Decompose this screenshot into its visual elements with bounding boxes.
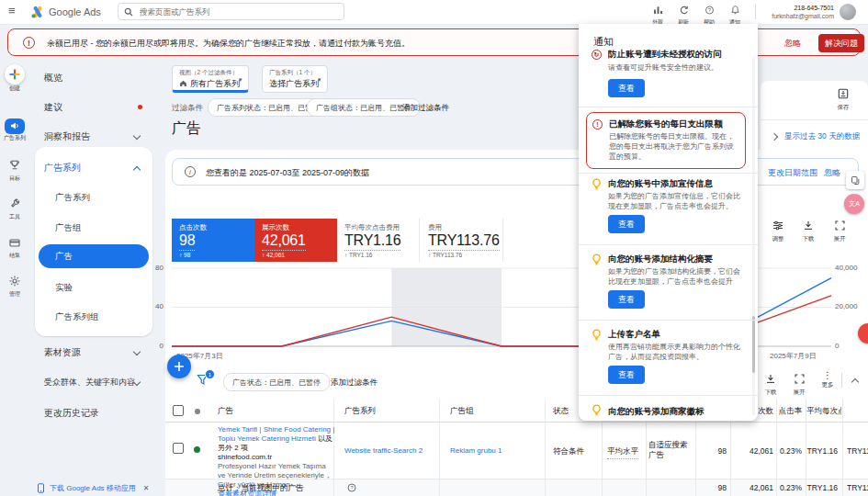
- col-header-ctr[interactable]: 点击率: [765, 406, 802, 417]
- alert-resolve-button[interactable]: 解决问题: [818, 34, 864, 52]
- appearance-button[interactable]: 外观: [644, 2, 671, 27]
- metric-card-avg-cpc[interactable]: 平均每次点击费用 TRY1.16 ↑ TRY1.16: [337, 219, 420, 262]
- col-header-ad[interactable]: 广告: [218, 406, 233, 417]
- table-download-button[interactable]: 下载: [759, 371, 783, 397]
- total-help-icon[interactable]: ?: [347, 483, 356, 492]
- help-icon: ?: [705, 6, 715, 15]
- sidebar-item-overview[interactable]: 概览: [44, 72, 62, 85]
- select-all-checkbox[interactable]: [173, 405, 184, 416]
- sidebar-item-campaign-groups[interactable]: 广告系列组: [55, 311, 99, 323]
- metric-card-clicks[interactable]: 点击次数 98 ↑ 98: [172, 219, 254, 262]
- view-selector[interactable]: 视图（2 个过滤条件） 所有广告系列 ▾: [172, 65, 249, 93]
- table-filter-funnel-button[interactable]: 1: [197, 373, 213, 389]
- main-menu-icon[interactable]: ≡: [8, 4, 16, 17]
- col-header-status[interactable]: 状态: [553, 406, 569, 417]
- lightbulb-icon: [591, 404, 603, 416]
- notification-5-view-button[interactable]: 查看: [608, 366, 645, 384]
- home-icon: [179, 79, 187, 87]
- notification-1-view-button[interactable]: 查看: [608, 79, 645, 97]
- view-selector-caption: 视图（2 个过滤条件）: [179, 69, 238, 77]
- row-campaign-link[interactable]: Website traffic-Search 2: [344, 446, 423, 455]
- table-add-filter-button[interactable]: 添加过滤条件: [331, 378, 378, 389]
- translate-icon: 文A: [849, 199, 860, 209]
- sidebar-item-experiments[interactable]: 实验: [55, 282, 73, 294]
- table-more-button[interactable]: ⋮ 更多: [816, 371, 840, 389]
- notification-3-title: 向您的账号中添加宣传信息: [608, 178, 713, 190]
- show-30-days-link[interactable]: 显示过去 30 天的数据: [784, 131, 860, 142]
- wrench-icon: [9, 198, 20, 209]
- row-ad-group-link[interactable]: Reklam grubu 1: [450, 446, 502, 455]
- extension-widget-button[interactable]: [846, 171, 864, 189]
- metric-label-impressions: 展示次数: [262, 223, 337, 232]
- col-sep: [545, 399, 546, 496]
- rail-item-admin[interactable]: 管理: [0, 274, 29, 299]
- sidebar-item-ad-groups[interactable]: 广告组: [55, 222, 82, 234]
- plus-icon: [174, 361, 185, 372]
- campaign-selector[interactable]: 广告系列（1 个） 选择广告系列 ▾: [262, 65, 328, 93]
- account-info[interactable]: 218-645-7501 furknhafz@gmail.com: [761, 4, 834, 20]
- sidebar-item-recommendations[interactable]: 建议: [44, 101, 62, 114]
- add-filter-button[interactable]: 添加过滤条件: [402, 103, 449, 114]
- col-header-campaign[interactable]: 广告系列: [344, 406, 376, 417]
- lightbulb-icon: [591, 178, 603, 190]
- refresh-icon: [679, 6, 689, 15]
- row-checkbox[interactable]: [173, 443, 184, 454]
- notification-4-view-button[interactable]: 查看: [608, 290, 645, 309]
- mobile-app-promo[interactable]: 下载 Google Ads 移动应用 ✕: [37, 483, 158, 493]
- notification-5-body: 使用再营销功能展示更具影响力的个性化广告，从而提高投资回报率。: [608, 342, 741, 362]
- date-banner-dismiss-button[interactable]: 忽略: [824, 167, 840, 179]
- chart-download-button[interactable]: 下载: [795, 218, 821, 243]
- notification-6-title: 向您的账号添加商家徽标: [608, 406, 705, 418]
- search-input[interactable]: [138, 6, 325, 17]
- campaign-selector-arrow-icon: ▾: [318, 76, 321, 84]
- sidebar-item-campaigns-child[interactable]: 广告系列: [55, 192, 90, 204]
- chart-expand-button[interactable]: 展开: [827, 218, 852, 243]
- panel-scrollbar-thumb[interactable]: [752, 316, 755, 373]
- save-button[interactable]: 保存: [831, 86, 855, 112]
- notifications-button[interactable]: 通知: [721, 2, 749, 27]
- change-date-range-button[interactable]: 更改日期范围: [768, 167, 817, 179]
- metric-delta-cost: ↑ TRY113.76: [428, 252, 502, 258]
- sidebar-item-insights[interactable]: 洞察和报告: [44, 130, 90, 143]
- rail-label-tools: 工具: [0, 213, 29, 221]
- rail-item-goals[interactable]: 目标: [0, 158, 29, 183]
- right-axis-tick-40000: 40,000: [835, 264, 857, 272]
- chart-adjust-button[interactable]: 调整: [765, 218, 791, 243]
- svg-text:?: ?: [707, 7, 711, 13]
- add-fab-button[interactable]: [167, 355, 191, 378]
- rail-item-tools[interactable]: 工具: [0, 197, 29, 221]
- rail-item-campaigns[interactable]: 广告系列: [0, 118, 29, 142]
- notification-3-view-button[interactable]: 查看: [608, 215, 645, 233]
- rail-item-create[interactable]: 创建: [0, 64, 29, 93]
- sidebar-item-change-history[interactable]: 更改历史记录: [44, 407, 99, 420]
- metric-value-cost: TRY113.76: [428, 232, 500, 251]
- sidebar-item-audiences[interactable]: 受众群体、关键字和内容: [44, 377, 135, 389]
- metric-card-cost[interactable]: 费用 TRY113.76 ↑ TRY113.76: [421, 219, 503, 262]
- performance-chart[interactable]: [165, 263, 868, 367]
- appearance-icon: [653, 6, 663, 15]
- col-header-ad-group[interactable]: 广告组: [450, 406, 474, 417]
- view-selector-arrow-icon: ▾: [239, 76, 242, 84]
- translate-extension-button[interactable]: 文A: [844, 194, 864, 214]
- ad-status-filter-chip[interactable]: 广告状态：已启用、已暂停: [223, 373, 330, 391]
- notification-2-title: 已解除您账号的每日支出限额: [609, 118, 723, 130]
- avatar[interactable]: [840, 4, 856, 20]
- promo-close-icon[interactable]: ✕: [143, 484, 150, 492]
- create-plus-icon: [9, 69, 20, 80]
- rail-label-admin: 管理: [0, 290, 29, 299]
- search-box[interactable]: [118, 3, 344, 20]
- download-icon: [803, 220, 814, 231]
- alert-dismiss-button[interactable]: 忽略: [784, 38, 801, 50]
- copy-pages-icon: [851, 175, 861, 186]
- row-status-dot-enabled: [194, 446, 200, 453]
- campaigns-group-card: [35, 147, 152, 336]
- help-button[interactable]: ? 帮助: [695, 2, 723, 27]
- metric-card-impressions[interactable]: 展示次数 42,061 ↑ 42,061: [254, 219, 337, 262]
- sidebar-item-assets[interactable]: 素材资源: [44, 346, 81, 359]
- alert-text: 余额已用尽 - 您的余额已用尽或即将用尽。为确保您的广告继续正常投放，请通过付款…: [47, 38, 410, 50]
- sidebar-group-campaigns[interactable]: 广告系列: [44, 162, 81, 175]
- col-header-avg-cpc[interactable]: 平均每次点击费用: [806, 406, 841, 417]
- rail-item-billing[interactable]: 结算: [0, 235, 29, 260]
- refresh-button[interactable]: 刷新: [670, 2, 697, 27]
- table-expand-button[interactable]: 展开: [787, 371, 811, 397]
